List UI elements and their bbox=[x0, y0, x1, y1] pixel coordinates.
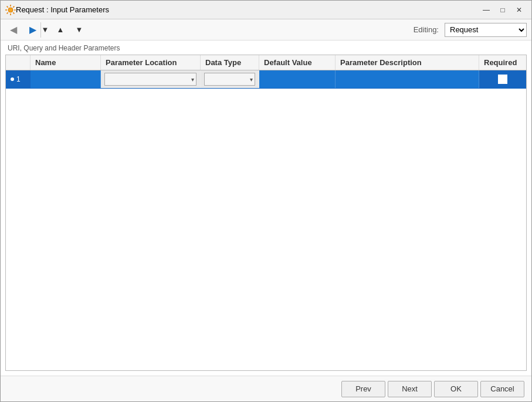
maximize-button[interactable]: □ bbox=[495, 4, 510, 16]
toolbar: ◀ ▶ ▼ ▲ ▼ Editing: Request bbox=[1, 19, 531, 40]
table-header: Name Parameter Location Data Type Defaul… bbox=[6, 55, 526, 70]
svg-point-0 bbox=[8, 8, 13, 12]
param-description-cell[interactable] bbox=[336, 70, 479, 88]
name-input[interactable] bbox=[34, 73, 97, 86]
next-button[interactable]: Next bbox=[388, 381, 432, 397]
main-window: Request : Input Parameters — □ ✕ ◀ ▶ ▼ ▲… bbox=[0, 0, 532, 402]
forward-icon: ▶ bbox=[29, 24, 36, 35]
window-controls: — □ ✕ bbox=[479, 4, 527, 16]
forward-split-button: ▶ ▼ bbox=[24, 22, 50, 38]
col-header-data-type: Data Type bbox=[201, 55, 259, 70]
editing-select[interactable]: Request bbox=[445, 23, 527, 37]
required-checkbox[interactable] bbox=[498, 75, 507, 84]
editing-label: Editing: bbox=[414, 25, 439, 34]
forward-dropdown-button[interactable]: ▼ bbox=[41, 22, 49, 38]
table-body: 1 Query Header URI bbox=[6, 70, 526, 370]
col-header-required: Required bbox=[479, 55, 526, 70]
cancel-button[interactable]: Cancel bbox=[480, 381, 524, 397]
default-value-cell[interactable] bbox=[259, 70, 336, 88]
default-value-input[interactable] bbox=[263, 73, 331, 86]
param-location-select[interactable]: Query Header URI bbox=[104, 73, 196, 86]
data-type-cell[interactable]: String Integer Boolean bbox=[201, 70, 259, 88]
table-row: 1 Query Header URI bbox=[6, 70, 526, 89]
col-header-rownum bbox=[6, 55, 31, 70]
arrow-down-icon: ▼ bbox=[76, 25, 83, 34]
title-bar: Request : Input Parameters — □ ✕ bbox=[1, 1, 531, 19]
arrow-up-icon: ▲ bbox=[57, 25, 65, 34]
section-label: URI, Query and Header Parameters bbox=[1, 40, 531, 55]
window-title: Request : Input Parameters bbox=[16, 5, 479, 14]
forward-button[interactable]: ▶ bbox=[25, 22, 41, 38]
row-indicator-dot bbox=[11, 77, 14, 81]
move-up-button[interactable]: ▲ bbox=[52, 22, 69, 38]
close-button[interactable]: ✕ bbox=[511, 4, 527, 16]
back-button[interactable]: ◀ bbox=[5, 22, 22, 38]
param-location-cell[interactable]: Query Header URI bbox=[101, 70, 201, 88]
data-type-dropdown-wrapper: String Integer Boolean bbox=[204, 73, 255, 86]
row-number-cell: 1 bbox=[6, 70, 31, 88]
minimize-button[interactable]: — bbox=[479, 4, 494, 16]
required-cell[interactable] bbox=[479, 70, 526, 88]
row-number: 1 bbox=[16, 75, 21, 83]
col-header-name: Name bbox=[31, 55, 101, 70]
name-cell[interactable] bbox=[31, 70, 101, 88]
back-icon: ◀ bbox=[10, 24, 17, 35]
col-header-param-location: Parameter Location bbox=[101, 55, 201, 70]
chevron-down-icon: ▼ bbox=[42, 25, 49, 34]
move-down-button[interactable]: ▼ bbox=[71, 22, 87, 38]
ok-button[interactable]: OK bbox=[434, 381, 478, 397]
prev-button[interactable]: Prev bbox=[341, 381, 385, 397]
footer: Prev Next OK Cancel bbox=[1, 376, 531, 401]
param-description-input[interactable] bbox=[339, 73, 475, 86]
app-icon bbox=[5, 5, 16, 15]
col-header-param-description: Parameter Description bbox=[336, 55, 479, 70]
param-location-dropdown-wrapper: Query Header URI bbox=[104, 73, 196, 86]
col-header-default-value: Default Value bbox=[259, 55, 336, 70]
data-type-select[interactable]: String Integer Boolean bbox=[204, 73, 255, 86]
parameters-table: Name Parameter Location Data Type Defaul… bbox=[5, 55, 527, 371]
